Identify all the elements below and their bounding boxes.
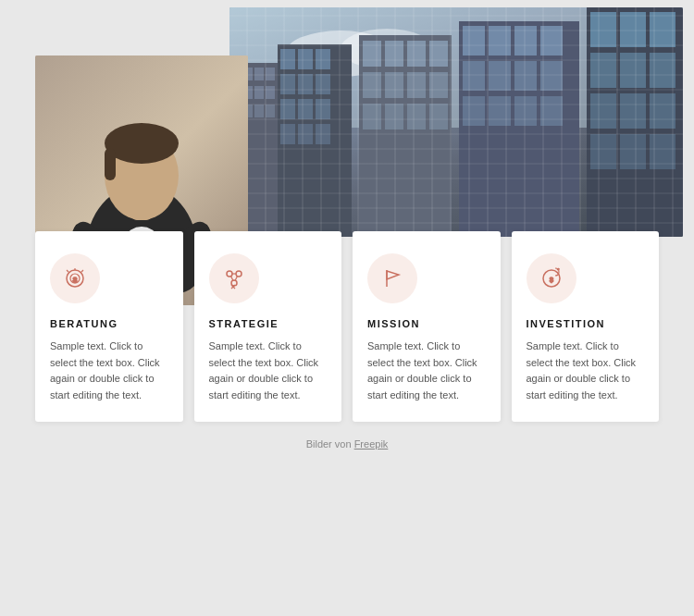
svg-rect-71 (650, 12, 675, 47)
svg-rect-33 (280, 74, 295, 94)
card-strategie-text: Sample text. Click to select the text bo… (209, 339, 328, 403)
card-mission-text: Sample text. Click to select the text bo… (367, 339, 486, 403)
svg-rect-50 (429, 72, 448, 98)
svg-rect-40 (298, 124, 313, 144)
svg-rect-19 (254, 68, 264, 80)
card-investition[interactable]: $ INVESTITION Sample text. Click to sele… (512, 231, 660, 422)
svg-rect-80 (650, 134, 675, 169)
svg-rect-77 (650, 93, 675, 129)
svg-rect-78 (590, 134, 616, 169)
flag-icon-wrapper (367, 253, 417, 303)
footer-link[interactable]: Freepik (354, 438, 389, 450)
svg-rect-61 (489, 61, 511, 91)
svg-rect-58 (514, 26, 537, 55)
svg-rect-70 (620, 12, 646, 47)
svg-rect-57 (489, 26, 511, 55)
card-mission[interactable]: MISSION Sample text. Click to select the… (353, 231, 501, 422)
svg-rect-41 (316, 124, 330, 144)
card-beratung[interactable]: $ BERATUNG Sample text. Click to select … (35, 231, 183, 422)
strategy-icon-wrapper (209, 253, 259, 303)
svg-rect-66 (514, 96, 537, 126)
svg-point-85 (227, 271, 232, 277)
footer-label: Bilder von (306, 438, 352, 450)
footer: Bilder von Freepik (0, 422, 694, 459)
svg-rect-23 (254, 86, 264, 99)
svg-rect-24 (266, 86, 275, 99)
svg-rect-53 (407, 104, 426, 129)
svg-rect-43 (363, 41, 381, 67)
svg-rect-79 (620, 134, 646, 169)
svg-rect-68 (587, 7, 683, 237)
svg-rect-73 (620, 53, 646, 88)
coin-icon: $ (63, 266, 87, 290)
svg-rect-62 (514, 61, 537, 91)
svg-rect-36 (280, 99, 295, 119)
svg-rect-60 (463, 61, 485, 91)
page-wrapper: $ BERATUNG Sample text. Click to select … (0, 0, 694, 616)
svg-rect-63 (540, 61, 563, 91)
card-strategie[interactable]: STRATEGIE Sample text. Click to select t… (194, 231, 342, 422)
svg-rect-51 (363, 104, 381, 129)
svg-rect-65 (489, 96, 511, 126)
svg-rect-76 (620, 93, 646, 129)
flag-icon (380, 266, 404, 290)
svg-rect-55 (459, 21, 579, 237)
svg-rect-34 (298, 74, 313, 94)
svg-rect-67 (540, 96, 563, 126)
svg-rect-49 (407, 72, 426, 98)
invest-icon: $ (539, 266, 564, 290)
svg-line-90 (235, 277, 238, 281)
svg-rect-47 (363, 72, 381, 98)
svg-rect-37 (298, 99, 313, 119)
card-beratung-text: Sample text. Click to select the text bo… (50, 339, 168, 403)
svg-rect-75 (590, 93, 616, 129)
city-image (229, 7, 683, 237)
svg-line-89 (230, 277, 233, 281)
svg-rect-39 (280, 124, 295, 144)
svg-text:$: $ (550, 277, 553, 283)
svg-rect-28 (266, 105, 275, 117)
svg-rect-20 (266, 68, 275, 80)
svg-rect-29 (278, 44, 352, 237)
svg-rect-45 (407, 41, 426, 67)
svg-rect-42 (359, 35, 452, 237)
svg-rect-44 (385, 41, 403, 67)
svg-rect-31 (298, 49, 313, 69)
svg-rect-54 (429, 104, 448, 129)
svg-text:$: $ (73, 276, 78, 284)
svg-rect-13 (229, 7, 683, 128)
svg-rect-38 (316, 99, 330, 119)
svg-rect-69 (590, 12, 616, 47)
svg-rect-48 (385, 72, 403, 98)
svg-rect-46 (429, 41, 448, 67)
svg-rect-72 (590, 53, 616, 88)
svg-point-86 (236, 271, 242, 277)
svg-rect-56 (463, 26, 485, 55)
svg-rect-64 (463, 96, 485, 126)
svg-rect-32 (316, 49, 330, 69)
card-mission-title: MISSION (367, 318, 486, 329)
svg-rect-35 (316, 74, 330, 94)
cards-section: $ BERATUNG Sample text. Click to select … (0, 231, 694, 422)
svg-point-14 (285, 31, 396, 77)
card-investition-title: INVESTITION (527, 318, 645, 329)
invest-icon-wrapper: $ (527, 253, 576, 303)
svg-point-15 (341, 29, 433, 69)
svg-rect-59 (540, 26, 563, 55)
strategy-icon (222, 266, 246, 290)
svg-rect-8 (105, 148, 116, 180)
card-investition-text: Sample text. Click to select the text bo… (527, 339, 645, 403)
svg-rect-74 (650, 53, 675, 88)
svg-rect-30 (280, 49, 295, 69)
card-beratung-title: BERATUNG (50, 318, 168, 329)
svg-rect-27 (254, 105, 264, 117)
coin-icon-wrapper: $ (50, 253, 100, 303)
card-strategie-title: STRATEGIE (209, 318, 328, 329)
svg-rect-52 (385, 104, 403, 129)
